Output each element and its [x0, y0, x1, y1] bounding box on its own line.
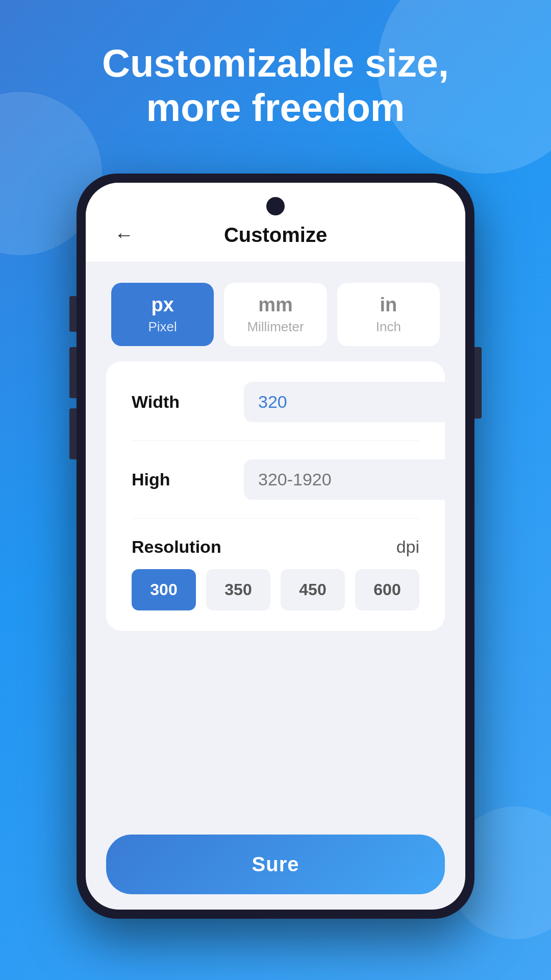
- unit-tab-mm-sub: Millimeter: [247, 319, 304, 335]
- resolution-label-row: Resolution dpi: [132, 537, 419, 557]
- width-row: Width px: [132, 382, 419, 422]
- resolution-label: Resolution: [132, 537, 221, 557]
- punch-hole-camera: [266, 197, 285, 215]
- resolution-btn-300[interactable]: 300: [132, 569, 196, 610]
- sure-btn-container: Sure: [86, 814, 465, 910]
- high-row: High px: [132, 459, 419, 500]
- back-button[interactable]: ←: [111, 223, 137, 248]
- phone-mockup: ← Customize px Pixel mm Millimeter i: [77, 174, 474, 919]
- hero-title-line2: more freedom: [146, 86, 405, 129]
- unit-tab-px[interactable]: px Pixel: [111, 283, 214, 346]
- phone-shell: ← Customize px Pixel mm Millimeter i: [77, 174, 474, 919]
- width-input[interactable]: [244, 382, 465, 422]
- resolution-row: Resolution dpi 300 350 450 600: [132, 537, 419, 610]
- unit-tab-in-main: in: [380, 294, 397, 316]
- resolution-btn-450[interactable]: 450: [281, 569, 345, 610]
- resolution-unit: dpi: [396, 537, 419, 557]
- unit-tab-mm-main: mm: [258, 294, 293, 316]
- phone-screen: ← Customize px Pixel mm Millimeter i: [86, 183, 465, 910]
- divider-2: [132, 518, 419, 519]
- divider-1: [132, 440, 419, 441]
- hero-title-line1: Customizable size,: [102, 41, 449, 85]
- high-input[interactable]: [244, 459, 465, 500]
- header: ← Customize: [86, 183, 465, 262]
- unit-tab-px-main: px: [151, 294, 173, 316]
- spacer: [86, 631, 465, 814]
- unit-tab-mm[interactable]: mm Millimeter: [224, 283, 327, 346]
- input-card: Width px High px Re: [106, 361, 445, 631]
- resolution-btn-600[interactable]: 600: [355, 569, 419, 610]
- width-label: Width: [132, 392, 234, 412]
- hero-title: Customizable size, more freedom: [0, 41, 551, 130]
- unit-tab-px-sub: Pixel: [148, 319, 177, 335]
- phone-btn-power: [474, 347, 482, 419]
- resolution-options: 300 350 450 600: [132, 569, 419, 610]
- phone-btn-volume-up: [69, 347, 77, 398]
- high-label: High: [132, 470, 234, 489]
- page-title: Customize: [224, 224, 327, 247]
- phone-btn-volume-silent: [69, 296, 77, 332]
- back-arrow-icon: ←: [114, 224, 134, 246]
- app-content: ← Customize px Pixel mm Millimeter i: [86, 183, 465, 910]
- unit-tab-in-sub: Inch: [376, 319, 401, 335]
- phone-btn-volume-down: [69, 408, 77, 459]
- unit-tab-in[interactable]: in Inch: [337, 283, 440, 346]
- sure-button[interactable]: Sure: [106, 835, 445, 894]
- resolution-btn-350[interactable]: 350: [206, 569, 270, 610]
- unit-tabs-container: px Pixel mm Millimeter in Inch: [86, 262, 465, 361]
